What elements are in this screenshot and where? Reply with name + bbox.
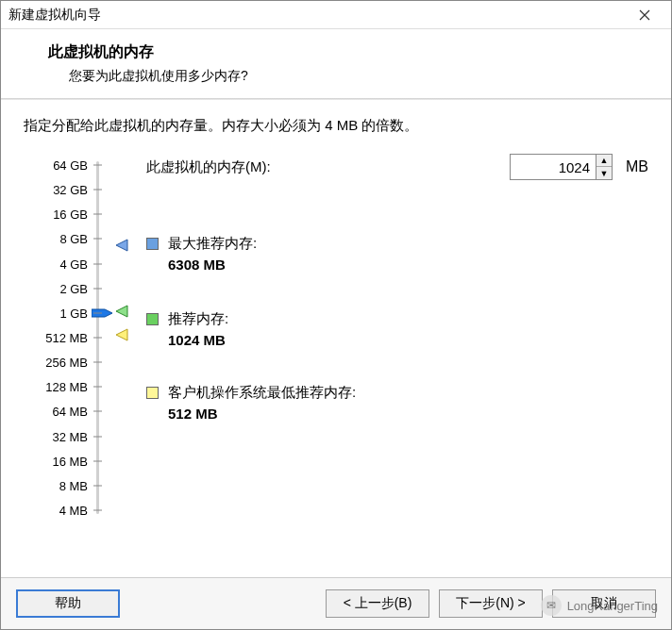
scale-label: 1 GB	[59, 306, 88, 320]
scale-label: 128 MB	[45, 380, 88, 394]
instruction-text: 指定分配给此虚拟机的内存量。内存大小必须为 4 MB 的倍数。	[24, 117, 648, 135]
scale-label: 16 GB	[53, 207, 88, 222]
memory-config-row: 64 GB32 GB16 GB8 GB4 GB2 GB1 GB512 MB256…	[24, 154, 648, 522]
marker-max-icon	[114, 239, 129, 252]
scale-label: 64 GB	[53, 158, 88, 173]
help-button[interactable]: 帮助	[16, 589, 120, 618]
scale-tick	[93, 411, 102, 412]
scale-tick	[93, 387, 102, 388]
recommended-label: 推荐内存:	[168, 310, 228, 328]
scale-label: 8 MB	[59, 478, 88, 492]
max-recommended-block: 最大推荐内存: 6308 MB	[146, 235, 257, 273]
scale-tick	[93, 312, 102, 313]
scale-label: 8 GB	[59, 232, 88, 246]
scale-tick	[93, 338, 102, 339]
scale-label: 4 MB	[59, 504, 88, 518]
scale-tick	[93, 485, 102, 486]
max-recommended-label: 最大推荐内存:	[168, 235, 257, 253]
page-title: 此虚拟机的内存	[48, 42, 645, 62]
recommended-block: 推荐内存: 1024 MB	[146, 310, 228, 348]
scale-tick	[93, 190, 102, 191]
scale-label: 4 GB	[59, 257, 88, 271]
titlebar: 新建虚拟机向导	[1, 1, 671, 29]
scale-tick	[93, 510, 102, 511]
scale-tick	[93, 263, 102, 264]
wizard-window: 新建虚拟机向导 此虚拟机的内存 您要为此虚拟机使用多少内存? 指定分配给此虚拟机…	[0, 0, 672, 630]
memory-input[interactable]	[511, 156, 596, 178]
scale-label: 16 MB	[52, 454, 88, 468]
back-button[interactable]: < 上一步(B)	[326, 589, 429, 618]
square-green-icon	[146, 313, 159, 325]
cancel-button[interactable]: 取消	[552, 589, 656, 618]
min-recommended-label: 客户机操作系统最低推荐内存:	[168, 384, 356, 402]
marker-min-icon	[114, 328, 129, 341]
scale-label: 32 MB	[52, 429, 88, 443]
close-icon	[639, 9, 650, 21]
memory-spinner[interactable]: ▲ ▼	[510, 154, 613, 180]
memory-unit: MB	[626, 158, 648, 175]
memory-field-label: 此虚拟机的内存(M):	[146, 158, 271, 176]
scale-label: 32 GB	[53, 183, 88, 197]
scale-label: 2 GB	[59, 281, 88, 295]
close-button[interactable]	[626, 2, 664, 28]
scale-tick	[93, 436, 102, 437]
svg-marker-3	[116, 329, 127, 340]
scale-tick	[93, 214, 102, 215]
window-title: 新建虚拟机向导	[8, 7, 626, 24]
page-subtitle: 您要为此虚拟机使用多少内存?	[69, 68, 645, 85]
max-recommended-value: 6308 MB	[168, 257, 257, 273]
scale-label: 64 MB	[52, 405, 88, 419]
spinner-buttons: ▲ ▼	[596, 155, 612, 179]
scale-tick	[93, 165, 102, 166]
next-button[interactable]: 下一步(N) >	[439, 589, 543, 618]
wizard-header: 此虚拟机的内存 您要为此虚拟机使用多少内存?	[1, 29, 671, 98]
content-area: 指定分配给此虚拟机的内存量。内存大小必须为 4 MB 的倍数。 64 GB	[1, 100, 671, 531]
right-panel: 此虚拟机的内存(M): ▲ ▼ MB 最大推荐内存:	[109, 154, 648, 208]
scale-tick	[93, 362, 102, 363]
marker-rec-icon	[114, 305, 129, 318]
square-yellow-icon	[146, 387, 159, 399]
scale-tick	[93, 239, 102, 240]
spinner-up[interactable]: ▲	[596, 155, 612, 167]
min-recommended-value: 512 MB	[168, 406, 356, 422]
svg-marker-2	[116, 306, 127, 317]
scale-tick	[93, 288, 102, 289]
svg-marker-1	[116, 240, 127, 251]
scale-label: 256 MB	[45, 356, 88, 370]
scale-label: 512 MB	[45, 331, 88, 345]
wizard-footer: 帮助 < 上一步(B) 下一步(N) > 取消	[1, 577, 671, 629]
square-blue-icon	[146, 238, 159, 250]
recommended-value: 1024 MB	[168, 332, 228, 348]
spinner-down[interactable]: ▼	[596, 167, 612, 179]
scale-tick	[93, 460, 102, 461]
min-recommended-block: 客户机操作系统最低推荐内存: 512 MB	[146, 384, 356, 422]
memory-field-row: 此虚拟机的内存(M): ▲ ▼ MB	[146, 154, 648, 180]
memory-scale[interactable]: 64 GB32 GB16 GB8 GB4 GB2 GB1 GB512 MB256…	[24, 154, 109, 522]
